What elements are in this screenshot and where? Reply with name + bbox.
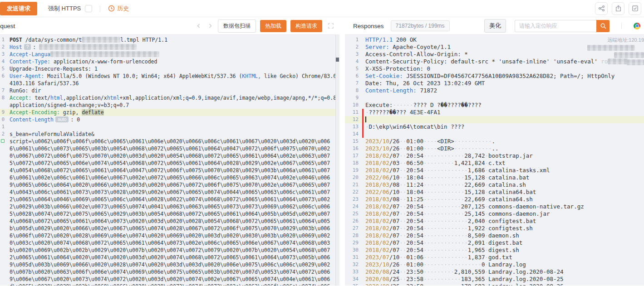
code-line: 332020/08/24··23:50·········2,810,559·La…	[345, 268, 644, 276]
request-panel-title: Request	[0, 23, 15, 29]
code-line: 312023/07/10··01:06·············1,837·go…	[345, 254, 644, 261]
code-line: 7RunGo: dir	[0, 87, 339, 94]
code-line: 7Date: Thu, 26 Oct 2023 13:02:49 GMT	[345, 80, 644, 87]
response-header-divider	[621, 23, 622, 29]
beautify-button[interactable]: 美化	[484, 19, 506, 33]
code-line: 4Content-Type: application/x-www-form-ur…	[0, 58, 339, 65]
code-line: 8Accept: text/html,application/xhtml+xml…	[0, 94, 339, 102]
code-line: 2Host?:	[0, 44, 339, 51]
code-line: 1	[0, 123, 339, 131]
code-line: 342020/08/25··23:58···········183,365·La…	[345, 276, 644, 283]
line-number: 11	[345, 109, 359, 116]
line-number: 19	[345, 167, 359, 174]
line-number: 6	[345, 73, 359, 80]
chevron-right-icon	[207, 23, 213, 29]
build-request-button[interactable]: 构造请求	[290, 20, 322, 32]
history-next-button[interactable]	[206, 23, 214, 29]
batch-check-button[interactable]	[629, 2, 641, 15]
code-line: 212018/03/08··11:24············22,669·ca…	[345, 181, 644, 189]
code-line: 6User-Agent: Mozilla/5.0 (Windows NT 10.…	[0, 73, 339, 80]
response-editor[interactable]: 1HTTP/1.1 200 OK2Server: Apache-Coyote/1…	[345, 35, 644, 286]
response-panel-title: Responses	[353, 23, 384, 29]
code-line: 5Upgrade-Insecure-Requests: 1	[0, 65, 339, 73]
request-panel: Request 数据包扫描 热加载 构造请求 1POST /data/	[0, 17, 339, 286]
request-scrollbar[interactable]	[335, 35, 339, 286]
code-line: 4103.116 Safari/537.36	[0, 80, 339, 87]
remote-address-overlay: 远端地址:120.19	[587, 37, 644, 65]
export-button[interactable]	[612, 2, 624, 15]
line-number: 20	[345, 174, 359, 181]
send-request-button[interactable]: 发送请求	[0, 2, 37, 15]
chrome-icon[interactable]	[634, 23, 640, 29]
search-button[interactable]	[596, 20, 610, 32]
line-number: 7	[0, 87, 5, 94]
hot-reload-button[interactable]: 热加载	[260, 20, 286, 32]
code-line: 1POST /data/sys-common/tl.tmpl HTTP/1.1	[0, 36, 339, 44]
line-number: 2	[345, 44, 359, 51]
line-number: 29	[345, 239, 359, 247]
expand-icon	[328, 23, 334, 29]
text-cursor	[365, 116, 366, 122]
line-number: 3	[0, 51, 5, 58]
search-input[interactable]	[515, 20, 596, 32]
code-line: 162023/10/26··01:00····<DIR>···········.…	[345, 145, 644, 152]
fullscreen-button[interactable]	[328, 23, 334, 29]
line-number: 33	[345, 268, 359, 276]
line-number: 9	[345, 94, 359, 102]
line-number: 5	[0, 65, 5, 73]
batch-check-icon	[632, 5, 639, 12]
code-line: 282018/02/07··20:54·············8,509·da…	[345, 232, 644, 239]
line-number: 18	[345, 160, 359, 167]
code-line: 172018/02/07··20:54············28,742·bo…	[345, 152, 644, 160]
line-number: 13	[345, 123, 359, 131]
request-scrollbar-thumb[interactable]	[336, 58, 339, 62]
response-meta-badge: 71872bytes / 199ms	[391, 20, 450, 31]
code-line: 352020/08/26··23:58···········178,693·La…	[345, 283, 644, 286]
line-number: 32	[345, 261, 359, 268]
line-number: 30	[345, 247, 359, 254]
top-toolbar: 发送请求 强制 HTTPS 历史	[0, 0, 644, 17]
line-number: 21	[345, 181, 359, 189]
code-line: 6Set-Cookie: JSESSIONID=DF04567C47756A10…	[345, 73, 644, 80]
line-number	[0, 80, 5, 87]
history-prev-button[interactable]	[195, 23, 202, 29]
export-icon	[615, 5, 622, 12]
code-line: 262018/02/07··20:54·············2,040·co…	[345, 218, 644, 225]
line-number: 26	[345, 218, 359, 225]
request-editor[interactable]: 1POST /data/sys-common/tl.tmpl HTTP/1.12…	[0, 35, 339, 286]
redacted-block	[82, 37, 120, 43]
line-number: 5	[345, 65, 359, 73]
line-number: 9	[0, 109, 5, 116]
force-https-checkbox[interactable]	[85, 5, 92, 12]
request-header-controls: 数据包扫描 热加载 构造请求	[195, 19, 334, 33]
code-line: 9	[345, 94, 644, 102]
response-panel-header: Responses 71872bytes / 199ms 美化	[345, 17, 644, 35]
code-line: 14	[345, 131, 644, 138]
line-number: 16	[345, 145, 359, 152]
code-line: 0Content-Lengthauto: 0	[0, 116, 339, 123]
packet-scan-button[interactable]: 数据包扫描	[218, 19, 256, 33]
share-button[interactable]	[595, 2, 608, 15]
line-number: 7	[345, 80, 359, 87]
line-number: 1	[0, 123, 5, 131]
redacted-block	[614, 52, 644, 58]
request-editor-body: 1POST /data/sys-common/tl.tmpl HTTP/1.12…	[0, 35, 339, 286]
toolbar-right-icons	[595, 2, 641, 15]
inline-badge: ?	[24, 44, 31, 50]
redacted-block	[587, 45, 635, 51]
line-number: 15	[345, 138, 359, 145]
code-line: 3Accept-Langua	[0, 51, 339, 58]
code-line: 292018/02/07··20:54·············2,091·di…	[345, 239, 644, 247]
line-number: 2	[0, 44, 5, 51]
code-line: 302018/02/07··20:54·············1,965·di…	[345, 247, 644, 254]
code-line: 202022/06/10··18:04············15,128·ca…	[345, 174, 644, 181]
code-line: 222022/06/10··18:04············15,128·ca…	[345, 189, 644, 196]
code-line: 252018/02/07··20:54············25,145·co…	[345, 210, 644, 218]
line-number: 10	[345, 102, 359, 109]
line-number: 6	[0, 73, 5, 80]
code-line: 2s_bean=ruleFormulaValidate&	[0, 131, 339, 138]
share-icon	[598, 5, 605, 12]
line-number	[0, 138, 5, 286]
search-icon	[600, 23, 606, 29]
history-button[interactable]: 历史	[108, 5, 129, 13]
